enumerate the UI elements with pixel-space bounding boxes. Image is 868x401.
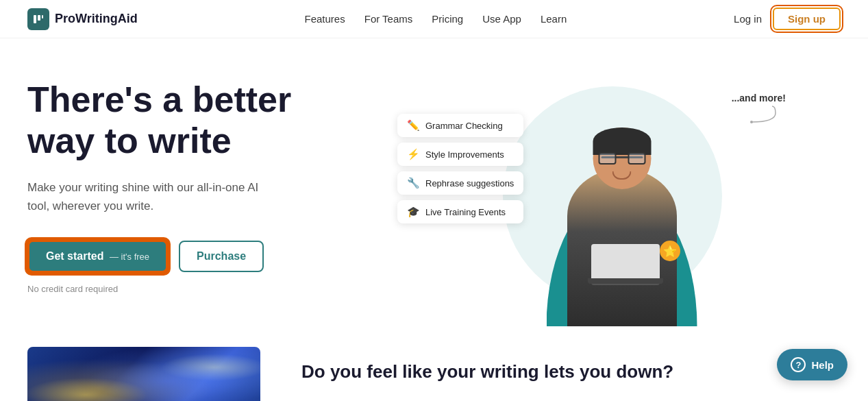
hero-buttons: Get started — it's free Purchase [27,240,384,273]
feature-pill-style: ⚡ Style Improvements [397,143,523,166]
nav-features[interactable]: Features [305,13,345,25]
svg-rect-2 [42,15,43,19]
nav-pricing[interactable]: Pricing [432,13,463,25]
nav-for-teams[interactable]: For Teams [364,13,413,25]
rephrase-icon: 🔧 [407,177,420,189]
feature-pill-grammar: ✏️ Grammar Checking [397,114,523,137]
hero-left: There's a better way to write Make your … [27,73,384,294]
hero-title: There's a better way to write [27,80,384,162]
bottom-section: Do you feel like your writing lets you d… [0,347,868,401]
login-button[interactable]: Log in [734,13,762,25]
feature-pills: ✏️ Grammar Checking ⚡ Style Improvements… [397,114,523,223]
hero-subtitle: Make your writing shine with our all-in-… [27,178,274,215]
logo-link[interactable]: ProWritingAid [27,8,138,30]
bottom-heading: Do you feel like your writing lets you d… [301,361,673,384]
training-icon: 🎓 [407,206,420,218]
nav-actions: Log in Sign up [734,8,841,30]
bottom-text: Do you feel like your writing lets you d… [301,347,673,384]
feature-pill-rephrase: 🔧 Rephrase suggestions [397,171,523,195]
svg-rect-0 [34,15,36,23]
bottom-image [27,347,260,401]
logo-text: ProWritingAid [55,12,138,26]
grammar-icon: ✏️ [407,119,420,132]
feature-pill-training: 🎓 Live Training Events [397,200,523,223]
navbar: ProWritingAid Features For Teams Pricing… [0,0,868,38]
no-card-text: No credit card required [27,284,384,294]
style-icon: ⚡ [407,148,420,160]
nav-learn[interactable]: Learn [541,13,567,25]
logo-icon [27,8,49,30]
get-started-wrapper: Get started — it's free [27,240,168,273]
hero-section: There's a better way to write Make your … [0,38,868,333]
purchase-button[interactable]: Purchase [179,241,264,272]
signup-button[interactable]: Sign up [773,8,841,30]
nav-use-app[interactable]: Use App [482,13,521,25]
nav-links: Features For Teams Pricing Use App Learn [305,13,567,25]
svg-point-3 [750,121,753,123]
help-button[interactable]: ? Help [777,349,847,380]
get-started-button[interactable]: Get started — it's free [27,240,168,273]
svg-rect-1 [38,15,40,21]
help-icon: ? [791,357,806,372]
person-illustration: ⭐ [526,80,718,326]
signup-button-wrapper: Sign up [773,8,841,30]
hero-right: ⭐ ...and more! ✏️ Grammar Checking ⚡ Sty… [384,73,841,333]
and-more-label: ...and more! [732,92,786,104]
